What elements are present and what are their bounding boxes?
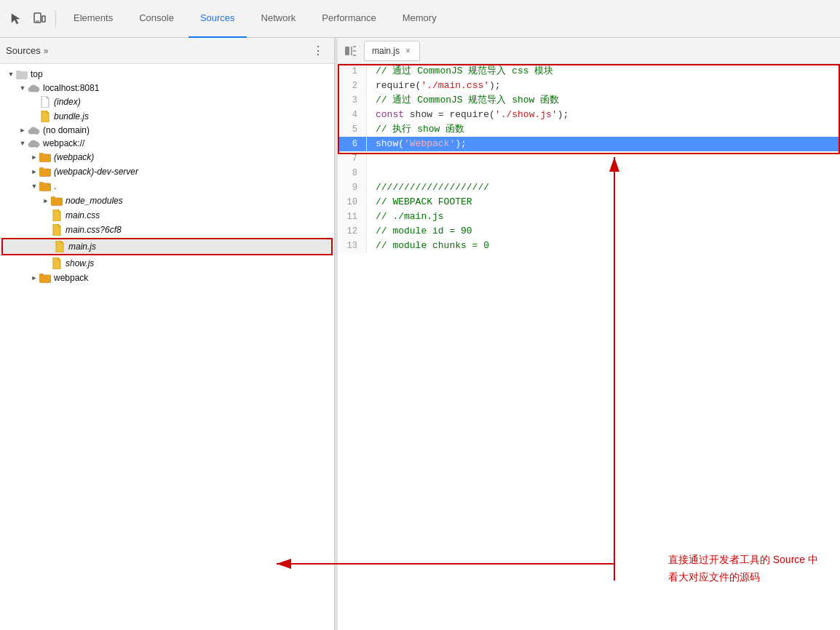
line-number-13: 13 <box>338 239 367 253</box>
tree-label-show-js: show.js <box>66 258 94 268</box>
tree-item-main-css2[interactable]: main.css?6cf8 <box>0 223 334 237</box>
tab-elements[interactable]: Elements <box>62 0 124 38</box>
file-tree: top localhost:8081 (index) <box>0 64 334 630</box>
file-show-js-icon <box>51 258 63 269</box>
tree-arrow-node-modules <box>41 196 51 206</box>
folder-dot-icon <box>39 180 51 192</box>
code-line-3: 3 // 通过 CommonJS 规范导入 show 函数 <box>338 93 840 108</box>
left-panel: Sources » ⋮ top localhost:8081 <box>0 38 335 630</box>
tree-item-main-js[interactable]: main.js <box>1 238 333 255</box>
tree-label-localhost: localhost:8081 <box>43 83 99 93</box>
code-line-12: 12 // module id = 90 <box>338 224 840 239</box>
folder-webpack-dev-icon <box>39 166 51 178</box>
line-number-12: 12 <box>338 224 367 239</box>
cloud-localhost-icon <box>28 83 41 93</box>
tab-memory[interactable]: Memory <box>391 0 448 38</box>
cursor-tool-icon[interactable] <box>6 9 26 29</box>
code-line-8: 8 <box>338 166 840 180</box>
file-main-css-icon <box>51 210 63 221</box>
tree-item-nodomain[interactable]: (no domain) <box>0 124 334 137</box>
code-line-9: 9 //////////////////// <box>338 180 840 195</box>
code-line-2: 2 require('./main.css'); <box>338 79 840 93</box>
tree-arrow-localhost <box>17 83 28 93</box>
tree-item-top[interactable]: top <box>0 67 334 81</box>
device-tool-icon[interactable] <box>29 9 49 29</box>
tree-item-node-modules[interactable]: node_modules <box>0 194 334 208</box>
tree-label-top: top <box>31 69 43 79</box>
tree-label-index: (index) <box>54 97 81 107</box>
line-content-9: //////////////////// <box>367 180 489 195</box>
code-tab-label: main.js <box>372 46 400 56</box>
code-tab-main-js[interactable]: main.js × <box>364 41 420 61</box>
right-panel: main.js × 1 // 通过 CommonJS 规范导入 css 模块 2… <box>338 38 840 630</box>
tree-item-webpack-folder[interactable]: webpack <box>0 271 334 285</box>
file-index-icon <box>39 96 51 108</box>
tab-performance[interactable]: Performance <box>310 0 387 38</box>
code-line-7: 7 <box>338 151 840 166</box>
tree-arrow-webpack-root <box>17 138 28 148</box>
sources-panel-title: Sources <box>6 45 41 56</box>
file-bundle-icon <box>39 111 51 122</box>
tree-item-localhost[interactable]: localhost:8081 <box>0 81 334 95</box>
code-line-5: 5 // 执行 show 函数 <box>338 122 840 137</box>
tree-label-dot: . <box>54 181 56 191</box>
tree-arrow-top <box>6 69 16 79</box>
line-number-5: 5 <box>338 122 367 137</box>
svg-rect-1 <box>42 16 45 22</box>
line-number-6: 6 <box>338 137 367 151</box>
tree-item-dot[interactable]: . <box>0 179 334 194</box>
line-content-12: // module id = 90 <box>367 224 472 239</box>
tab-network[interactable]: Network <box>250 0 308 38</box>
tree-item-index[interactable]: (index) <box>0 95 334 109</box>
tree-arrow-webpack-dev <box>29 167 39 177</box>
tree-item-webpack-dev[interactable]: (webpack)-dev-server <box>0 164 334 179</box>
code-tabs-bar: main.js × <box>338 38 840 64</box>
tree-arrow-webpack-pkg <box>29 152 39 162</box>
tree-arrow-main-css <box>41 210 51 220</box>
tree-arrow-main-css2 <box>41 225 51 235</box>
code-line-13: 13 // module chunks = 0 <box>338 239 840 253</box>
toolbar-separator-1 <box>55 10 56 28</box>
line-content-6: show('Webpack'); <box>367 137 467 151</box>
main-container: Sources » ⋮ top localhost:8081 <box>0 38 840 630</box>
code-line-11: 11 // ./main.js <box>338 210 840 224</box>
sidebar-toggle-icon[interactable] <box>341 41 361 61</box>
tree-label-webpack-folder: webpack <box>54 273 88 283</box>
line-number-9: 9 <box>338 180 367 195</box>
tree-item-bundle[interactable]: bundle.js <box>0 109 334 124</box>
cloud-webpack-icon <box>28 138 41 148</box>
code-line-10: 10 // WEBPACK FOOTER <box>338 195 840 210</box>
tree-item-webpack-root[interactable]: webpack:// <box>0 137 334 150</box>
tree-label-webpack-dev: (webpack)-dev-server <box>54 167 138 177</box>
sources-header: Sources » ⋮ <box>0 38 334 64</box>
tab-sources[interactable]: Sources <box>189 0 247 38</box>
line-number-1: 1 <box>338 64 367 79</box>
tree-label-webpack-root: webpack:// <box>43 138 84 148</box>
svg-rect-4 <box>16 71 21 73</box>
line-content-1: // 通过 CommonJS 规范导入 css 模块 <box>367 64 553 79</box>
code-editor: 1 // 通过 CommonJS 规范导入 css 模块 2 require('… <box>338 64 840 630</box>
sources-menu-icon[interactable]: ⋮ <box>308 42 328 59</box>
devtools-toolbar: Elements Console Sources Network Perform… <box>0 0 840 38</box>
code-tab-close-icon[interactable]: × <box>404 46 412 56</box>
tree-item-main-css[interactable]: main.css <box>0 208 334 223</box>
tree-label-main-css2: main.css?6cf8 <box>66 225 122 235</box>
file-main-css2-icon <box>51 224 63 236</box>
line-content-2: require('./main.css'); <box>367 79 501 93</box>
tree-label-main-js: main.js <box>68 242 96 252</box>
tab-console[interactable]: Console <box>127 0 186 38</box>
line-content-5: // 执行 show 函数 <box>367 122 464 137</box>
tree-label-bundle: bundle.js <box>54 111 89 121</box>
line-number-7: 7 <box>338 151 367 166</box>
line-content-3: // 通过 CommonJS 规范导入 show 函数 <box>367 93 559 108</box>
svg-rect-5 <box>345 47 349 55</box>
tree-item-show-js[interactable]: show.js <box>0 256 334 271</box>
sources-expand-icon[interactable]: » <box>44 46 49 56</box>
line-content-10: // WEBPACK FOOTER <box>367 195 472 210</box>
tree-item-webpack-pkg[interactable]: (webpack) <box>0 150 334 164</box>
folder-webpack-pkg-icon <box>39 151 51 163</box>
tree-arrow-dot <box>29 181 39 191</box>
line-number-8: 8 <box>338 166 367 180</box>
line-number-4: 4 <box>338 108 367 122</box>
code-line-4: 4 const show = require('./show.js'); <box>338 108 840 122</box>
